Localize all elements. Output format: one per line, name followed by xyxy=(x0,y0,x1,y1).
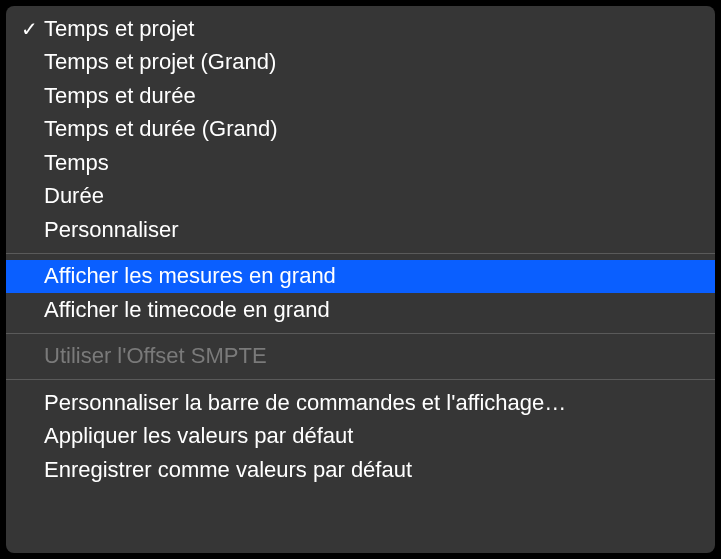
menu-item-label: Afficher les mesures en grand xyxy=(44,263,701,289)
menu-item[interactable]: Temps et durée (Grand) xyxy=(6,113,715,147)
menu-item[interactable]: Afficher les mesures en grand xyxy=(6,260,715,294)
menu-item[interactable]: Afficher le timecode en grand xyxy=(6,293,715,327)
menu-item[interactable]: Personnaliser xyxy=(6,213,715,247)
menu-item-label: Temps et durée xyxy=(44,83,701,109)
menu-item-label: Utiliser l'Offset SMPTE xyxy=(44,343,701,369)
menu-item-label: Temps et projet (Grand) xyxy=(44,49,701,75)
menu-item[interactable]: Temps xyxy=(6,146,715,180)
context-menu: ✓Temps et projetTemps et projet (Grand)T… xyxy=(6,6,715,553)
menu-item-label: Appliquer les valeurs par défaut xyxy=(44,423,701,449)
menu-item[interactable]: Personnaliser la barre de commandes et l… xyxy=(6,386,715,420)
menu-item-label: Personnaliser la barre de commandes et l… xyxy=(44,390,701,416)
menu-item-label: Temps et durée (Grand) xyxy=(44,116,701,142)
menu-item-label: Durée xyxy=(44,183,701,209)
checkmark-icon: ✓ xyxy=(14,17,44,41)
menu-item-label: Afficher le timecode en grand xyxy=(44,297,701,323)
menu-item-label: Enregistrer comme valeurs par défaut xyxy=(44,457,701,483)
menu-item-label: Temps et projet xyxy=(44,16,701,42)
menu-item-label: Temps xyxy=(44,150,701,176)
menu-item[interactable]: ✓Temps et projet xyxy=(6,12,715,46)
menu-item: Utiliser l'Offset SMPTE xyxy=(6,340,715,374)
menu-item[interactable]: Appliquer les valeurs par défaut xyxy=(6,420,715,454)
menu-item[interactable]: Enregistrer comme valeurs par défaut xyxy=(6,453,715,487)
menu-item-label: Personnaliser xyxy=(44,217,701,243)
menu-item[interactable]: Durée xyxy=(6,180,715,214)
menu-separator xyxy=(6,379,715,380)
menu-separator xyxy=(6,253,715,254)
menu-item[interactable]: Temps et projet (Grand) xyxy=(6,46,715,80)
menu-separator xyxy=(6,333,715,334)
menu-item[interactable]: Temps et durée xyxy=(6,79,715,113)
